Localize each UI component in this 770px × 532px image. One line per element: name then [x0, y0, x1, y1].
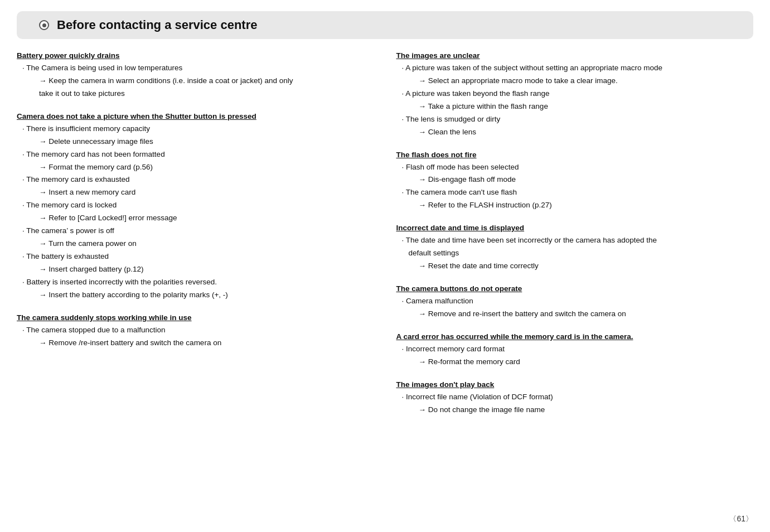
item-unclear-5: Clean the lens [396, 127, 754, 138]
item-shutter-13: Insert the battery according to the pola… [17, 289, 374, 301]
header-title: Before contacting a service centre [57, 18, 257, 32]
content: Battery power quickly drainsThe Camera i… [17, 51, 753, 428]
item-datetime-0: The date and time have been set incorrec… [396, 235, 754, 246]
item-carderror-0: Incorrect memory card format [396, 344, 754, 355]
item-flash-1: Dis-engage flash off mode [396, 174, 754, 186]
item-shutter-9: Turn the camera power on [17, 238, 374, 250]
section-carderror: A card error has occurred while the memo… [396, 332, 754, 369]
item-shutter-3: Format the memory card (p.56) [17, 162, 374, 173]
item-shutter-5: Insert a new memory card [17, 187, 374, 199]
item-unclear-1: Select an appropriate macro mode to take… [396, 75, 754, 87]
item-playback-0: Incorrect file name (Violation of DCF fo… [396, 391, 754, 403]
section-title-carderror: A card error has occurred while the memo… [396, 332, 754, 341]
header-icon [39, 20, 49, 30]
item-carderror-1: Re-format the memory card [396, 356, 754, 368]
item-shutter-6: The memory card is locked [17, 200, 374, 211]
item-buttons-0: Camera malfunction [396, 296, 754, 307]
section-title-playback: The images don't play back [396, 380, 754, 389]
item-battery-2: take it out to take pictures [17, 88, 374, 100]
item-battery-1: Keep the camera in warm conditions (i.e.… [17, 75, 374, 87]
section-datetime: Incorrect date and time is displayedThe … [396, 224, 754, 273]
item-playback-1: Do not change the image file name [396, 404, 754, 416]
section-title-shutter: Camera does not take a picture when the … [17, 112, 374, 120]
section-title-flash: The flash does not fire [396, 151, 754, 159]
item-shutter-4: The memory card is exhausted [17, 174, 374, 186]
item-shutter-11: Insert charged battery (p.12) [17, 264, 374, 275]
item-shutter-8: The camera’ s power is off [17, 225, 374, 237]
section-shutter: Camera does not take a picture when the … [17, 112, 374, 302]
section-title-datetime: Incorrect date and time is displayed [396, 224, 754, 232]
section-title-buttons: The camera buttons do not operate [396, 284, 754, 293]
item-unclear-4: The lens is smudged or dirty [396, 114, 754, 125]
section-unclear: The images are unclearA picture was take… [396, 51, 754, 139]
item-flash-2: The camera mode can't use flash [396, 187, 754, 199]
item-flash-3: Refer to the FLASH instruction (p.27) [396, 200, 754, 211]
right-col: The images are unclearA picture was take… [396, 51, 754, 428]
item-shutter-10: The battery is exhausted [17, 251, 374, 263]
section-title-battery: Battery power quickly drains [17, 51, 374, 60]
item-stops-0: The camera stopped due to a malfunction [17, 325, 374, 336]
item-datetime-1: default settings [396, 248, 754, 259]
item-battery-0: The Camera is being used in low temperat… [17, 62, 374, 74]
section-title-unclear: The images are unclear [396, 51, 754, 60]
item-datetime-2: Reset the date and time correctly [396, 260, 754, 272]
section-flash: The flash does not fireFlash off mode ha… [396, 151, 754, 213]
item-stops-1: Remove /re-insert battery and switch the… [17, 337, 374, 349]
item-shutter-0: There is insufficient memory capacity [17, 123, 374, 135]
item-shutter-2: The memory card has not been formatted [17, 149, 374, 161]
item-shutter-1: Delete unnecessary image files [17, 136, 374, 148]
item-shutter-7: Refer to [Card Locked!] error message [17, 212, 374, 224]
item-unclear-3: Take a picture within the flash range [396, 101, 754, 113]
item-buttons-1: Remove and re-insert the battery and swi… [396, 308, 754, 320]
item-shutter-12: Battery is inserted incorrectly with the… [17, 277, 374, 288]
section-stops: The camera suddenly stops working while … [17, 313, 374, 350]
item-unclear-0: A picture was taken of the subject witho… [396, 62, 754, 74]
item-flash-0: Flash off mode has been selected [396, 162, 754, 173]
page-number: 〈61〉 [729, 514, 753, 524]
section-buttons: The camera buttons do not operateCamera … [396, 284, 754, 321]
item-unclear-2: A picture was taken beyond the flash ran… [396, 88, 754, 100]
left-col: Battery power quickly drainsThe Camera i… [17, 51, 374, 428]
section-battery: Battery power quickly drainsThe Camera i… [17, 51, 374, 101]
section-playback: The images don't play backIncorrect file… [396, 380, 754, 417]
section-title-stops: The camera suddenly stops working while … [17, 313, 374, 322]
header-box: Before contacting a service centre [17, 11, 753, 39]
